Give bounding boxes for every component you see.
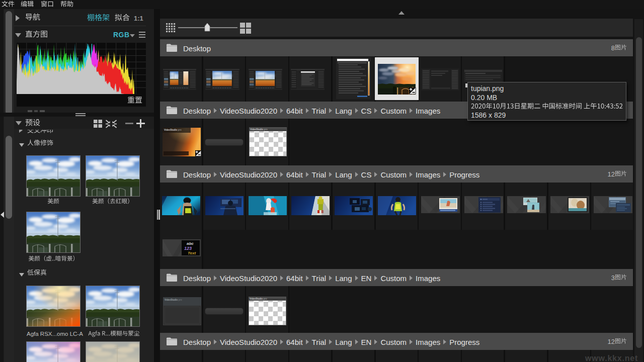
svg-text:abc: abc: [187, 241, 194, 246]
svg-text:VideoStudio pro: VideoStudio pro: [164, 129, 182, 131]
svg-text:123: 123: [184, 246, 192, 251]
svg-text:Text: Text: [188, 251, 196, 255]
